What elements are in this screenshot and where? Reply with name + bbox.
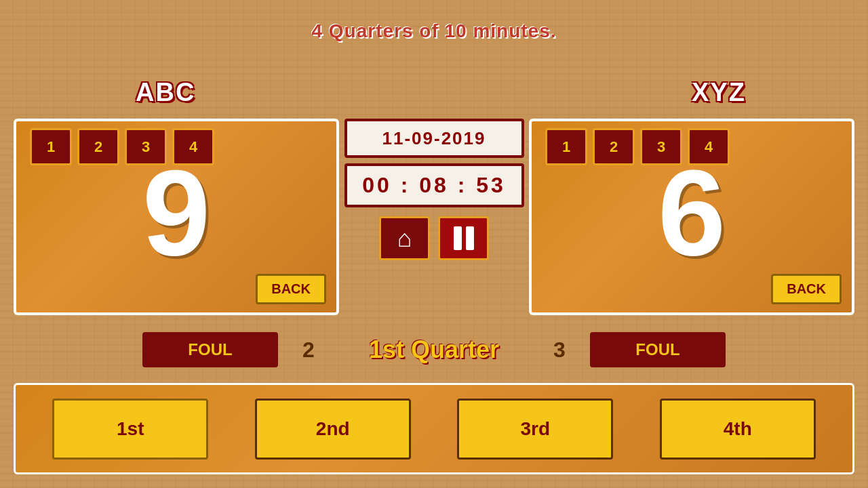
pause-bar-left bbox=[454, 226, 462, 250]
left-q1-button[interactable]: 1 bbox=[30, 128, 72, 165]
middle-row: 1 2 3 4 9 BACK 11-09-2019 00 : 08 : 53 ⌂ bbox=[0, 119, 868, 315]
tab-2nd[interactable]: 2nd bbox=[255, 399, 411, 460]
left-q2-button[interactable]: 2 bbox=[77, 128, 119, 165]
tab-3rd[interactable]: 3rd bbox=[457, 399, 613, 460]
home-button[interactable]: ⌂ bbox=[379, 216, 430, 260]
tab-1st[interactable]: 1st bbox=[52, 399, 208, 460]
left-score: 9 bbox=[142, 152, 210, 274]
team-right-name: XYZ bbox=[692, 78, 746, 107]
right-foul-button[interactable]: FOUL bbox=[590, 332, 726, 367]
pause-bar-right bbox=[466, 226, 474, 250]
center-panel: 11-09-2019 00 : 08 : 53 ⌂ bbox=[339, 119, 529, 260]
right-back-button[interactable]: BACK bbox=[771, 274, 842, 304]
date-display: 11-09-2019 bbox=[344, 119, 524, 158]
right-score: 6 bbox=[658, 152, 726, 274]
tab-4th[interactable]: 4th bbox=[660, 399, 816, 460]
quarter-label: 1st Quarter bbox=[339, 336, 529, 364]
bottom-row: FOUL 2 1st Quarter 3 FOUL bbox=[0, 332, 868, 367]
left-foul-count: 2 bbox=[292, 338, 326, 363]
game-subtitle: 4 Quarters of 10 minutes. bbox=[311, 20, 556, 42]
right-foul-count: 3 bbox=[542, 338, 576, 363]
right-q1-button[interactable]: 1 bbox=[545, 128, 587, 165]
time-display: 00 : 08 : 53 bbox=[344, 163, 524, 207]
tabs-row: 1st 2nd 3rd 4th bbox=[14, 383, 854, 474]
right-score-panel: 1 2 3 4 6 BACK bbox=[529, 119, 854, 315]
right-q2-button[interactable]: 2 bbox=[593, 128, 635, 165]
team-left-name: ABC bbox=[136, 78, 195, 107]
home-icon: ⌂ bbox=[397, 224, 412, 253]
main-layout: 4 Quarters of 10 minutes. ABC XYZ 1 2 3 … bbox=[0, 0, 868, 488]
left-back-button[interactable]: BACK bbox=[256, 274, 326, 304]
center-buttons: ⌂ bbox=[379, 216, 489, 260]
pause-button[interactable] bbox=[438, 216, 489, 260]
left-score-panel: 1 2 3 4 9 BACK bbox=[14, 119, 339, 315]
left-foul-button[interactable]: FOUL bbox=[142, 332, 278, 367]
